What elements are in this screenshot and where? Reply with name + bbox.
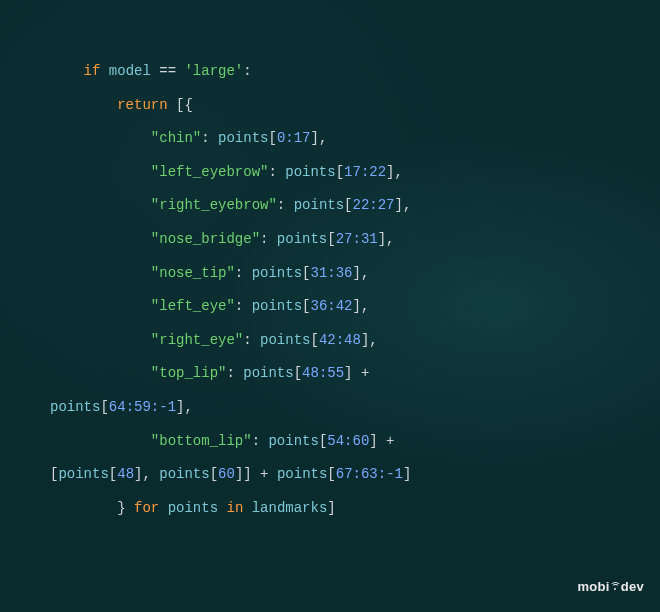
keyword-if: if bbox=[84, 63, 101, 79]
code-line-1: if model == 'large': bbox=[50, 55, 610, 89]
string-large: 'large' bbox=[184, 63, 243, 79]
keyword-in: in bbox=[226, 500, 243, 516]
code-line-9: "right_eye": points[42:48], bbox=[50, 324, 610, 358]
slice-chin: 0:17 bbox=[277, 130, 311, 146]
slice-top-lip-rev: 64:59:-1 bbox=[109, 399, 176, 415]
var-landmarks: landmarks bbox=[252, 500, 328, 516]
code-line-14: } for points in landmarks] bbox=[50, 492, 610, 526]
keyword-for: for bbox=[134, 500, 159, 516]
logo-text-b: dev bbox=[621, 571, 644, 602]
code-line-6: "nose_bridge": points[27:31], bbox=[50, 223, 610, 257]
key-left-eyebrow: "left_eyebrow" bbox=[151, 164, 269, 180]
code-line-4: "left_eyebrow": points[17:22], bbox=[50, 156, 610, 190]
slice-bottom-lip-rev: 67:63:-1 bbox=[336, 466, 403, 482]
key-nose-bridge: "nose_bridge" bbox=[151, 231, 260, 247]
slice-top-lip: 48:55 bbox=[302, 365, 344, 381]
slice-nose-bridge: 27:31 bbox=[336, 231, 378, 247]
code-line-7: "nose_tip": points[31:36], bbox=[50, 257, 610, 291]
key-left-eye: "left_eye" bbox=[151, 298, 235, 314]
logo-text-a: mobi bbox=[577, 571, 609, 602]
code-block: if model == 'large': return [{ "chin": p… bbox=[0, 0, 660, 545]
key-top-lip: "top_lip" bbox=[151, 365, 227, 381]
wifi-icon bbox=[610, 580, 620, 589]
code-line-2: return [{ bbox=[50, 89, 610, 123]
key-right-eyebrow: "right_eyebrow" bbox=[151, 197, 277, 213]
keyword-return: return bbox=[117, 97, 167, 113]
code-line-13: [points[48], points[60]] + points[67:63:… bbox=[50, 458, 610, 492]
op-open: [{ bbox=[168, 97, 193, 113]
mobidev-logo: mobidev bbox=[577, 571, 644, 602]
var-model: model bbox=[109, 63, 151, 79]
slice-right-eye: 42:48 bbox=[319, 332, 361, 348]
slice-right-eyebrow: 22:27 bbox=[353, 197, 395, 213]
op-eq: == bbox=[151, 63, 185, 79]
slice-bottom-lip: 54:60 bbox=[327, 433, 369, 449]
code-line-11: points[64:59:-1], bbox=[50, 391, 610, 425]
op-colon: : bbox=[243, 63, 251, 79]
slice-nose-tip: 31:36 bbox=[310, 265, 352, 281]
code-line-12: "bottom_lip": points[54:60] + bbox=[50, 425, 610, 459]
key-nose-tip: "nose_tip" bbox=[151, 265, 235, 281]
key-chin: "chin" bbox=[151, 130, 201, 146]
slice-left-eye: 36:42 bbox=[310, 298, 352, 314]
key-right-eye: "right_eye" bbox=[151, 332, 243, 348]
code-line-5: "right_eyebrow": points[22:27], bbox=[50, 189, 610, 223]
code-line-3: "chin": points[0:17], bbox=[50, 122, 610, 156]
code-line-8: "left_eye": points[36:42], bbox=[50, 290, 610, 324]
key-bottom-lip: "bottom_lip" bbox=[151, 433, 252, 449]
slice-left-eyebrow: 17:22 bbox=[344, 164, 386, 180]
code-line-10: "top_lip": points[48:55] + bbox=[50, 357, 610, 391]
